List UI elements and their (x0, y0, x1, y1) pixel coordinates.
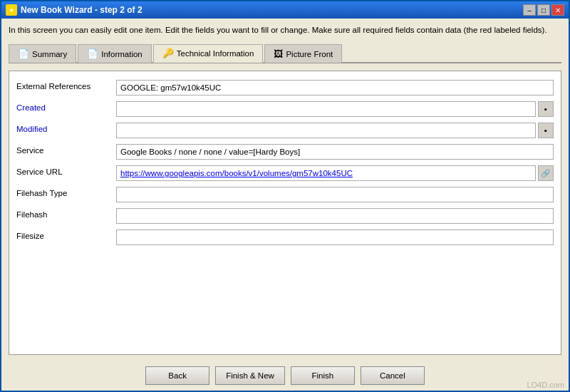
filesize-input-wrap (116, 229, 554, 245)
service-url-input-wrap: 🔗 (116, 165, 554, 181)
picture-tab-label: Picture Front (286, 50, 333, 58)
summary-tab-icon: 📄 (18, 48, 29, 59)
minimize-button[interactable]: – (523, 4, 536, 16)
created-label: Created (16, 101, 116, 112)
service-url-row: Service URL 🔗 (16, 165, 554, 181)
title-bar: ✦ New Book Wizard - step 2 of 2 – □ ✕ (1, 1, 569, 19)
modified-input[interactable] (116, 123, 536, 138)
filehash-input-wrap (116, 208, 554, 224)
close-button[interactable]: ✕ (551, 4, 564, 16)
maximize-button[interactable]: □ (537, 4, 550, 16)
information-tab-icon: 📄 (87, 48, 98, 59)
picture-tab-icon: 🖼 (274, 48, 283, 59)
cancel-button[interactable]: Cancel (361, 366, 425, 385)
filehash-type-input-wrap (116, 187, 554, 202)
filehash-input[interactable] (116, 208, 554, 224)
filehash-type-row: Filehash Type (16, 187, 554, 202)
service-input[interactable] (116, 144, 554, 160)
summary-tab-label: Summary (32, 50, 67, 58)
wizard-content: In this screen you can easily edit one i… (1, 19, 569, 361)
filehash-row: Filehash (16, 208, 554, 224)
external-references-label: External References (16, 80, 116, 91)
title-bar-left: ✦ New Book Wizard - step 2 of 2 (6, 4, 142, 16)
filesize-row: Filesize (16, 229, 554, 245)
created-input-wrap: ▪ (116, 101, 554, 117)
filehash-type-input[interactable] (116, 187, 554, 202)
tab-bar: 📄 Summary 📄 Information 🔑 Technical Info… (9, 43, 561, 63)
technical-tab-label: Technical Information (177, 49, 254, 58)
wizard-window: ✦ New Book Wizard - step 2 of 2 – □ ✕ In… (0, 0, 570, 392)
modified-row: Modified ▪ (16, 123, 554, 138)
external-references-row: External References (16, 80, 554, 96)
filesize-input[interactable] (116, 229, 554, 245)
tab-summary[interactable]: 📄 Summary (9, 44, 76, 63)
service-url-input[interactable] (116, 165, 536, 181)
external-references-input[interactable] (116, 80, 554, 96)
filesize-label: Filesize (16, 229, 116, 240)
filehash-type-label: Filehash Type (16, 187, 116, 197)
modified-input-wrap: ▪ (116, 123, 554, 138)
created-input[interactable] (116, 101, 536, 117)
external-references-input-wrap (116, 80, 554, 96)
service-label: Service (16, 144, 116, 155)
finish-new-button[interactable]: Finish & New (215, 366, 285, 385)
filehash-label: Filehash (16, 208, 116, 219)
modified-browse-button[interactable]: ▪ (538, 123, 554, 138)
finish-button[interactable]: Finish (291, 366, 355, 385)
wizard-description: In this screen you can easily edit one i… (9, 24, 561, 36)
window-icon: ✦ (6, 4, 17, 16)
tab-picture[interactable]: 🖼 Picture Front (264, 44, 342, 63)
service-url-label: Service URL (16, 165, 116, 176)
technical-tab-icon: 🔑 (162, 48, 174, 58)
form-area: External References Created ▪ Modified (9, 71, 561, 355)
window-title: New Book Wizard - step 2 of 2 (21, 5, 142, 15)
tab-information[interactable]: 📄 Information (78, 44, 152, 63)
service-input-wrap (116, 144, 554, 160)
window-controls: – □ ✕ (523, 4, 564, 16)
created-row: Created ▪ (16, 101, 554, 117)
tab-technical[interactable]: 🔑 Technical Information (153, 44, 264, 63)
service-url-browse-button[interactable]: 🔗 (538, 165, 554, 181)
back-button[interactable]: Back (145, 366, 209, 385)
service-row: Service (16, 144, 554, 160)
created-browse-button[interactable]: ▪ (538, 101, 554, 117)
modified-label: Modified (16, 123, 116, 133)
wizard-footer: Back Finish & New Finish Cancel (1, 361, 569, 391)
information-tab-label: Information (101, 50, 142, 58)
